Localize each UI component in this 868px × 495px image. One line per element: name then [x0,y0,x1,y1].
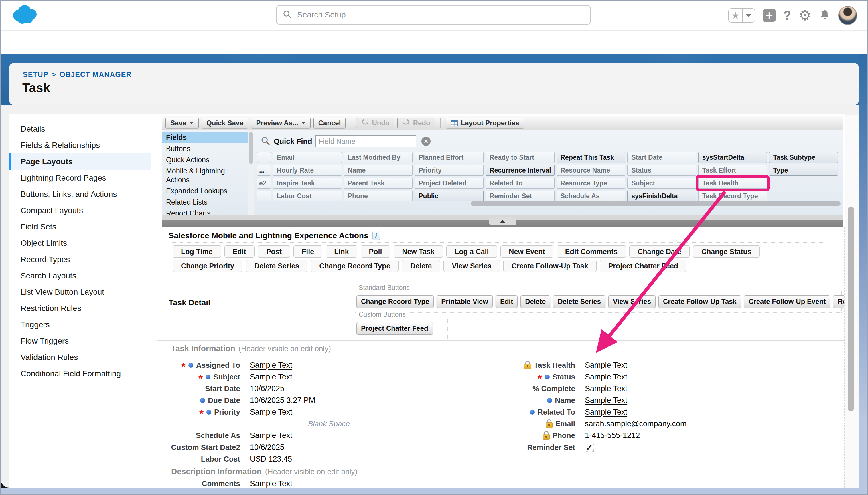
palette-field-button[interactable]: ... [257,165,271,176]
sidebar-item-conditional-field-formatting[interactable]: Conditional Field Formatting [9,365,151,382]
breadcrumb-object-manager-link[interactable]: OBJECT MANAGER [60,70,132,79]
palette-field-button[interactable]: Status [627,165,696,176]
action-button[interactable]: File [294,245,322,257]
palette-field-button[interactable]: sysStartDelta [698,152,767,163]
action-button[interactable]: Log Time [173,245,221,257]
palette-field-button[interactable]: Task Record Type [698,191,767,201]
field-row[interactable]: Emailsarah.sample@company.com [498,418,838,430]
layout-properties-button[interactable]: Layout Properties [446,118,524,129]
sidebar-item-buttons-links-and-actions[interactable]: Buttons, Links, and Actions [9,186,151,202]
info-icon[interactable]: i [372,231,380,240]
sidebar-item-flow-triggers[interactable]: Flow Triggers [9,333,151,349]
field-row[interactable]: NameSample Text [498,395,838,406]
action-button[interactable]: Log a Call [446,245,497,257]
global-search[interactable] [276,5,591,24]
palette-field-button[interactable]: Project Deleted [415,178,484,189]
palette-category-related-lists[interactable]: Related Lists [162,197,248,208]
standard-button[interactable]: Retry Agent Engagement [833,295,845,308]
sidebar-item-lightning-record-pages[interactable]: Lightning Record Pages [9,170,151,186]
setup-gear-icon[interactable]: ⚙ [798,8,811,22]
palette-field-button[interactable]: Priority [415,165,484,176]
palette-field-button[interactable]: Type [769,165,838,176]
field-row[interactable]: *SubjectSample Text [163,371,495,383]
standard-button[interactable]: Create Follow-Up Task [658,295,741,308]
palette-field-button[interactable]: Schedule As [556,191,625,201]
favorite-star-icon[interactable]: ★ [729,9,742,22]
save-button[interactable]: Save [165,118,199,129]
sidebar-item-restriction-rules[interactable]: Restriction Rules [9,300,151,317]
field-row[interactable]: Schedule AsSample Text [163,430,495,442]
breadcrumb-setup-link[interactable]: SETUP [23,70,48,79]
quick-create-icon[interactable]: + [763,9,776,22]
field-row[interactable]: Related ToSample Text [498,406,838,418]
palette-field-button[interactable]: Resource Name [556,165,625,176]
action-button[interactable]: Poll [361,245,390,257]
palette-field-button[interactable]: Inspire Task [273,178,342,189]
field-row[interactable]: *PrioritySample Text [163,406,495,418]
field-row[interactable]: Phone1-415-555-1212 [498,430,838,442]
palette-field-button[interactable]: Reminder Set [486,191,554,201]
palette-category-mobile-lightning-actions[interactable]: Mobile & Lightning Actions [162,165,248,185]
action-button[interactable]: Change Priority [173,260,243,272]
field-row[interactable]: *StatusSample Text [498,371,838,383]
sidebar-item-object-limits[interactable]: Object Limits [9,235,151,251]
help-icon[interactable]: ? [783,8,791,22]
palette-category-quick-actions[interactable]: Quick Actions [162,154,248,165]
field-row[interactable]: CommentsSample Text [163,478,495,488]
palette-field-button[interactable]: Email [273,152,342,163]
sidebar-item-list-view-button-layout[interactable]: List View Button Layout [9,284,151,300]
action-button[interactable]: Edit [224,245,254,257]
palette-field-button[interactable]: Labor Cost [273,191,342,201]
field-row[interactable]: Reminder Set✓ [498,442,838,453]
field-row[interactable]: *Assigned ToSample Text [163,359,495,371]
palette-collapse-tab[interactable] [489,218,516,225]
field-row[interactable]: Custom Start Date210/6/2025 [163,442,495,453]
favorites-split-button[interactable]: ★ [728,8,755,22]
sidebar-item-search-layouts[interactable]: Search Layouts [9,268,151,284]
action-button[interactable]: Edit Comments [557,245,626,257]
sidebar-item-validation-rules[interactable]: Validation Rules [9,349,151,365]
sidebar-item-triggers[interactable]: Triggers [9,317,151,333]
clear-search-icon[interactable]: × [421,137,431,146]
palette-category-scrollbar[interactable] [248,130,254,215]
field-row[interactable]: % CompleteSample Text [498,383,838,395]
task-information-header[interactable]: Task Information (Header visible on edit… [165,344,331,353]
action-button[interactable]: Post [258,245,290,257]
quick-find-input[interactable] [316,135,416,147]
page-scrollbar-thumb[interactable] [848,207,854,411]
action-button[interactable]: Change Status [693,245,760,257]
palette-field-button[interactable]: Subject [627,178,696,189]
palette-field-button[interactable] [257,152,271,163]
sidebar-item-fields-relationships[interactable]: Fields & Relationships [9,137,151,153]
palette-field-button[interactable]: e2 [257,178,271,189]
standard-button[interactable]: Change Record Type [356,295,434,308]
palette-field-button[interactable]: Task Subtype [769,152,838,163]
user-avatar[interactable] [838,6,857,25]
standard-button[interactable]: Edit [496,295,518,308]
action-button[interactable]: Link [326,245,357,257]
sidebar-item-page-layouts[interactable]: Page Layouts [9,153,151,170]
palette-category-buttons[interactable]: Buttons [162,143,248,154]
custom-button[interactable]: Project Chatter Feed [356,322,433,335]
field-row[interactable]: Start Date10/6/2025 [163,383,495,395]
field-row[interactable]: Blank Space [163,418,495,430]
palette-field-button[interactable]: Name [344,165,413,176]
palette-field-button[interactable]: Parent Task [344,178,413,189]
sidebar-item-field-sets[interactable]: Field Sets [9,219,151,235]
action-button[interactable]: Change Record Type [311,260,399,272]
description-information-header[interactable]: Description Information (Header visible … [165,467,357,476]
palette-field-button[interactable]: Related To [486,178,554,189]
preview-as-button[interactable]: Preview As... [251,118,310,129]
field-row[interactable]: Task HealthSample Text [498,359,838,371]
sidebar-item-details[interactable]: Details [9,121,151,137]
palette-field-button[interactable]: Repeat This Task [556,152,625,163]
palette-field-button[interactable]: Task Health [698,178,767,189]
redo-button[interactable]: Redo [397,118,435,129]
palette-field-button[interactable]: Public [415,191,484,201]
action-button[interactable]: Delete Series [246,260,307,272]
action-button[interactable]: Create Follow-Up Task [503,260,597,272]
palette-horizontal-scrollbar-thumb[interactable] [471,201,840,206]
page-scrollbar[interactable] [845,115,859,488]
standard-button[interactable]: Printable View [437,295,493,308]
palette-category-expanded-lookups[interactable]: Expanded Lookups [162,185,248,197]
